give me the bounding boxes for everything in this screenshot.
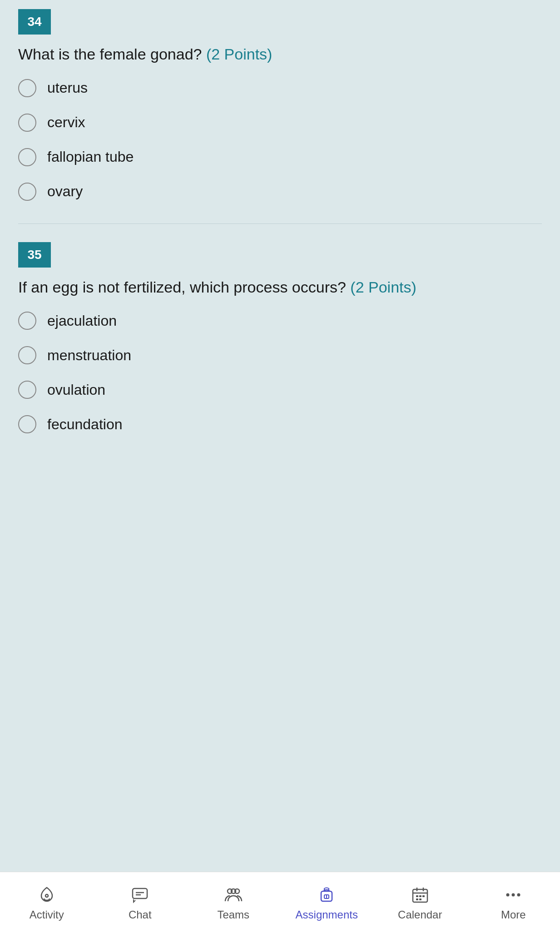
question-block-34: 34 What is the female gonad? (2 Points) … [18,9,542,201]
radio-35-2[interactable] [18,381,36,399]
option-35-1[interactable]: menstruation [18,346,542,364]
svg-rect-16 [422,895,425,897]
nav-label-calendar: Calendar [398,908,442,921]
nav-label-more: More [501,908,526,921]
divider [18,223,542,224]
more-icon [502,884,524,906]
nav-label-teams: Teams [217,908,249,921]
question-text-35: If an egg is not fertilized, which proce… [18,277,542,298]
radio-34-2[interactable] [18,148,36,166]
nav-label-assignments: Assignments [296,908,358,921]
question-number-35: 35 [18,242,51,268]
svg-rect-1 [133,888,147,898]
nav-label-chat: Chat [129,908,152,921]
option-34-0[interactable]: uterus [18,79,542,97]
radio-35-1[interactable] [18,346,36,364]
svg-point-20 [512,893,515,897]
teams-icon [223,884,244,906]
question-text-34: What is the female gonad? (2 Points) [18,44,542,65]
svg-rect-15 [419,895,421,897]
main-content: 34 What is the female gonad? (2 Points) … [0,0,560,872]
chat-icon [129,884,151,906]
option-34-2[interactable]: fallopian tube [18,148,542,166]
nav-label-activity: Activity [30,908,64,921]
bottom-nav: Activity Chat Teams [0,872,560,933]
svg-point-21 [517,893,520,897]
svg-point-19 [506,893,510,897]
options-list-35: ejaculation menstruation ovulation fecun… [18,312,542,433]
nav-item-teams[interactable]: Teams [187,872,280,933]
options-list-34: uterus cervix fallopian tube ovary [18,79,542,201]
nav-item-assignments[interactable]: Assignments [280,872,374,933]
svg-rect-17 [416,898,418,900]
nav-item-chat[interactable]: Chat [94,872,187,933]
radio-34-3[interactable] [18,183,36,201]
radio-35-3[interactable] [18,415,36,433]
question-block-35: 35 If an egg is not fertilized, which pr… [18,242,542,434]
assignments-icon [316,884,337,906]
question-number-34: 34 [18,9,51,35]
radio-34-0[interactable] [18,79,36,97]
option-34-1[interactable]: cervix [18,114,542,132]
radio-35-0[interactable] [18,312,36,330]
svg-point-0 [45,894,48,897]
option-34-3[interactable]: ovary [18,183,542,201]
nav-item-more[interactable]: More [467,872,560,933]
option-35-2[interactable]: ovulation [18,381,542,399]
option-35-3[interactable]: fecundation [18,415,542,433]
svg-rect-14 [416,895,418,897]
svg-rect-18 [419,898,421,900]
option-35-0[interactable]: ejaculation [18,312,542,330]
radio-34-1[interactable] [18,114,36,132]
calendar-icon [409,884,431,906]
activity-icon [36,884,58,906]
nav-item-calendar[interactable]: Calendar [373,872,467,933]
nav-item-activity[interactable]: Activity [0,872,94,933]
